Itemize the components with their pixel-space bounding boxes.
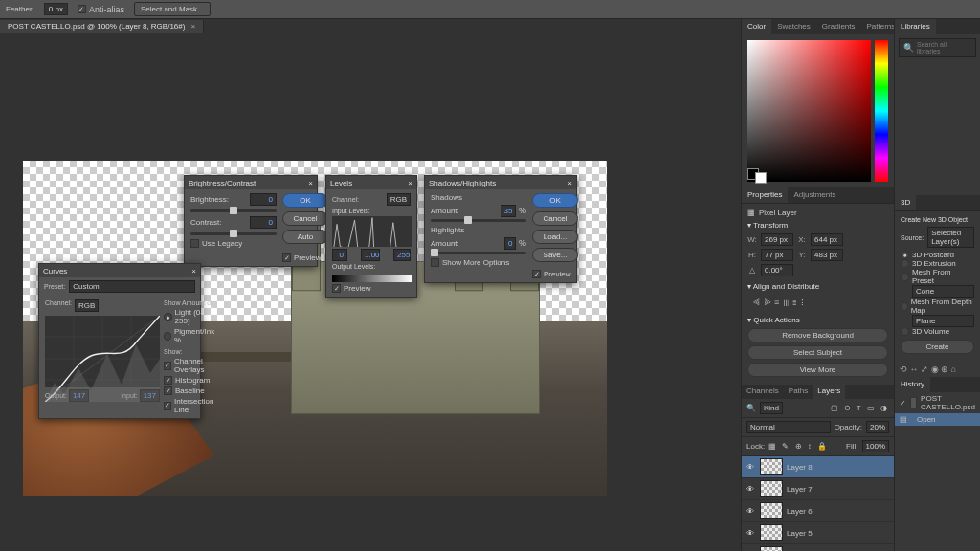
layer-row[interactable]: 👁Layer 6 (742, 500, 894, 522)
fg-bg-swatch[interactable] (747, 168, 767, 184)
paths-tab[interactable]: Paths (784, 385, 813, 399)
use-legacy-checkbox[interactable]: Use Legacy (190, 239, 277, 248)
source-dropdown[interactable]: Selected Layer(s) (927, 227, 974, 248)
cancel-button[interactable]: Cancel (282, 211, 328, 226)
libraries-search[interactable]: 🔍Search all libraries (899, 38, 976, 57)
layer-name[interactable]: Layer 6 (787, 507, 813, 516)
auto-button[interactable]: Auto (282, 230, 328, 244)
channel-dropdown[interactable]: RGB (75, 299, 99, 312)
mesh-depth-radio[interactable]: Mesh From Depth Map (901, 298, 974, 315)
sv-square[interactable] (747, 40, 871, 182)
mesh-preset-radio[interactable]: Mesh From Preset (901, 268, 974, 285)
close-icon[interactable]: × (190, 22, 195, 31)
ok-button[interactable]: OK (282, 193, 328, 208)
save-button[interactable]: Save... (532, 248, 578, 262)
curves-grid[interactable] (45, 316, 160, 387)
hue-strip[interactable] (875, 40, 888, 182)
channel-overlays-checkbox[interactable]: ✓Channel Overlays (164, 357, 215, 374)
layer-row[interactable]: 👁Layer 5 (742, 522, 894, 544)
highlights-amount-input[interactable]: 0 (504, 237, 516, 250)
align-icons[interactable]: ⫷ ⫸ ≡ ⫼ ≣ ⋮ (747, 295, 888, 310)
antialias-checkbox[interactable]: ✓Anti-alias (78, 5, 124, 14)
color-picker[interactable] (742, 34, 894, 187)
depth-dropdown[interactable]: Plane (912, 315, 974, 327)
view-more-button[interactable]: View More (747, 363, 888, 377)
visibility-icon[interactable]: 👁 (746, 507, 756, 516)
lock-icons[interactable]: ▦ ✎ ⊕ ↕ 🔒 (768, 442, 829, 451)
brightness-value[interactable]: 0 (250, 193, 277, 206)
visibility-icon[interactable]: 👁 (746, 529, 756, 538)
properties-tab[interactable]: Properties (742, 187, 788, 203)
close-icon[interactable]: × (308, 179, 313, 187)
intersection-checkbox[interactable]: ✓Intersection Line (164, 397, 215, 414)
x-input[interactable]: 644 px (811, 233, 843, 246)
preset-dropdown[interactable]: Custom (69, 280, 195, 293)
cancel-button[interactable]: Cancel (532, 211, 578, 226)
close-icon[interactable]: × (568, 179, 572, 187)
3d-postcard-radio[interactable]: ●3D Postcard (901, 251, 974, 259)
shadows-amount-input[interactable]: 35 (501, 205, 517, 217)
layer-name[interactable]: Layer 5 (787, 529, 813, 538)
baseline-checkbox[interactable]: ✓Baseline (164, 386, 215, 395)
levels-dialog[interactable]: Levels× Channel:RGB Input Levels: 01.002… (325, 175, 417, 298)
angle-input[interactable]: 0.00° (761, 264, 793, 276)
load-button[interactable]: Load... (532, 230, 578, 244)
contrast-value[interactable]: 0 (250, 216, 277, 229)
opacity-input[interactable]: 20% (866, 421, 889, 433)
remove-background-button[interactable]: Remove Background (747, 328, 888, 342)
layer-row[interactable]: 👁Layer 8 (742, 456, 894, 478)
ok-button[interactable]: OK (532, 193, 578, 208)
create-3d-button[interactable]: Create (901, 340, 974, 354)
feather-input[interactable]: 0 px (44, 3, 68, 15)
y-input[interactable]: 483 px (811, 249, 843, 261)
layer-thumbnail[interactable] (760, 458, 783, 475)
select-subject-button[interactable]: Select Subject (747, 345, 888, 360)
gradients-tab[interactable]: Gradients (816, 19, 861, 34)
levels-white-input[interactable]: 255 (393, 249, 411, 261)
curves-dialog[interactable]: Curves× Preset: Custom Channel:RGB Outpu… (38, 263, 201, 419)
levels-black-input[interactable]: 0 (332, 249, 347, 261)
highlights-slider[interactable] (431, 252, 526, 254)
pigment-radio[interactable]: Pigment/Ink % (164, 327, 215, 344)
transform-header[interactable]: ▾ Transform (747, 221, 888, 230)
light-radio[interactable]: ●Light (0-255) (164, 308, 215, 325)
3d-tool-icons[interactable]: ⟲ ↔ ⤢ ◉ ⊕ ⌂ (895, 362, 980, 377)
brightness-contrast-dialog[interactable]: Brightness/Contrast× Brightness:0 Contra… (184, 175, 318, 267)
layer-thumbnail[interactable] (760, 502, 783, 519)
fill-input[interactable]: 100% (862, 440, 889, 452)
visibility-icon[interactable]: 👁 (746, 485, 756, 494)
color-tab[interactable]: Color (742, 19, 771, 34)
layer-row[interactable]: 👁Layer 4 (742, 544, 894, 551)
layer-thumbnail[interactable] (760, 524, 783, 541)
layer-thumbnail[interactable] (760, 480, 783, 497)
history-document[interactable]: ✓POST CASTELLO.psd (895, 392, 980, 413)
quick-actions-header[interactable]: ▾ Quick Actions (747, 316, 888, 324)
show-more-options-checkbox[interactable]: Show More Options (431, 258, 526, 267)
3d-extrusion-radio[interactable]: 3D Extrusion (901, 259, 974, 268)
height-input[interactable]: 77 px (761, 249, 793, 261)
contrast-slider[interactable] (190, 232, 277, 235)
preview-checkbox[interactable]: ✓Preview (282, 253, 330, 262)
3d-tab[interactable]: 3D (895, 195, 916, 210)
layers-tab[interactable]: Layers (813, 385, 845, 399)
shadows-highlights-dialog[interactable]: Shadows/Highlights× Shadows Amount:35 % … (424, 175, 577, 283)
history-step[interactable]: ▤Open (895, 413, 980, 426)
adjustments-tab[interactable]: Adjustments (788, 187, 841, 203)
preview-checkbox[interactable]: ✓Preview (332, 284, 411, 293)
filter-icons[interactable]: ▢ ⊙ T ▭ ◑ (831, 404, 890, 412)
document-tab[interactable]: POST CASTELLO.psd @ 100% (Layer 8, RGB/1… (0, 20, 204, 33)
layer-name[interactable]: Layer 8 (787, 463, 813, 472)
history-tab[interactable]: History (895, 377, 930, 392)
preset-dropdown[interactable]: Cone (912, 285, 974, 298)
layer-name[interactable]: Layer 7 (787, 485, 813, 494)
swatches-tab[interactable]: Swatches (771, 19, 816, 34)
libraries-tab[interactable]: Libraries (895, 19, 936, 34)
width-input[interactable]: 269 px (761, 233, 793, 246)
channels-tab[interactable]: Channels (742, 385, 784, 399)
visibility-icon[interactable]: 👁 (746, 463, 756, 472)
shadows-slider[interactable] (431, 219, 526, 222)
channel-dropdown[interactable]: RGB (387, 193, 411, 206)
preview-checkbox[interactable]: ✓Preview (532, 270, 580, 278)
brightness-slider[interactable] (190, 209, 277, 212)
levels-output-gradient[interactable] (332, 275, 412, 282)
